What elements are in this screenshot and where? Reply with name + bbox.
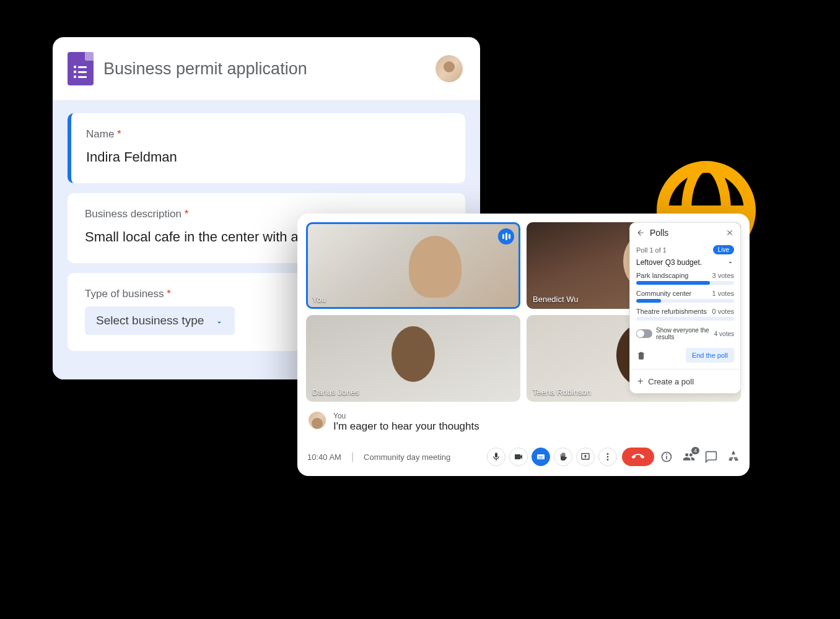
- create-poll-label: Create a poll: [648, 377, 694, 386]
- svg-point-11: [666, 454, 667, 455]
- polls-header: Polls: [630, 223, 740, 243]
- present-button[interactable]: [576, 448, 595, 466]
- live-badge: Live: [713, 245, 734, 254]
- participant-count-badge: 4: [691, 447, 699, 454]
- poll-meta: Poll 1 of 1 Live: [636, 245, 734, 254]
- question-label: Name *: [86, 128, 448, 141]
- separator: |: [348, 451, 357, 462]
- caption-text: I'm eager to hear your thoughts: [333, 420, 479, 433]
- meeting-name: Community day meeting: [364, 452, 481, 462]
- polls-panel: Polls Poll 1 of 1 Live Leftover Q3 budge…: [629, 222, 741, 394]
- poll-option-label: Park landscaping: [636, 272, 688, 279]
- poll-question-row[interactable]: Leftover Q3 budget.: [636, 258, 734, 267]
- svg-rect-10: [666, 456, 667, 459]
- polls-title: Polls: [650, 228, 720, 238]
- question-value[interactable]: Indira Feldman: [86, 147, 448, 167]
- meeting-time: 10:40 AM: [307, 452, 341, 462]
- svg-point-14: [735, 459, 737, 461]
- form-title: Business permit application: [103, 59, 426, 79]
- back-icon[interactable]: [636, 228, 645, 237]
- camera-button[interactable]: [509, 448, 528, 466]
- end-poll-button[interactable]: End the poll: [686, 348, 734, 363]
- meet-bottom-bar: 10:40 AM | Community day meeting CC: [297, 441, 750, 476]
- caption-row: You I'm eager to hear your thoughts: [297, 410, 750, 441]
- poll-question: Leftover Q3 budget.: [636, 258, 702, 267]
- caption-speaker: You: [333, 412, 479, 420]
- meet-window: You Benedict Wu Darius Jones Teena Robin…: [297, 214, 750, 476]
- tile-name-label: Teena Robinson: [533, 387, 591, 397]
- poll-option-label: Community center: [636, 290, 691, 297]
- poll-option[interactable]: Community center 1 votes: [636, 290, 734, 303]
- activities-icon[interactable]: [727, 451, 740, 463]
- show-results-toggle[interactable]: [636, 329, 652, 338]
- svg-point-8: [607, 459, 609, 461]
- meeting-controls: CC: [487, 448, 654, 466]
- plus-icon: +: [637, 376, 643, 387]
- google-forms-icon: [68, 52, 94, 85]
- poll-bar: [636, 317, 734, 321]
- poll-option-votes: 1 votes: [712, 290, 734, 297]
- total-votes: 4 votes: [714, 331, 734, 337]
- svg-point-12: [732, 452, 734, 454]
- caption-avatar: [308, 412, 326, 429]
- mic-button[interactable]: [487, 448, 505, 466]
- trash-icon[interactable]: [636, 350, 646, 360]
- chat-icon[interactable]: [705, 451, 717, 463]
- form-header: Business permit application: [53, 37, 480, 101]
- user-avatar[interactable]: [435, 55, 463, 82]
- chevron-down-icon: [215, 316, 224, 325]
- svg-point-6: [607, 453, 609, 455]
- people-icon[interactable]: 4: [683, 451, 695, 463]
- show-results-row: Show everyone the results 4 votes: [636, 327, 734, 340]
- info-icon[interactable]: [660, 451, 673, 463]
- close-icon[interactable]: [725, 228, 734, 237]
- poll-option[interactable]: Park landscaping 3 votes: [636, 272, 734, 285]
- polls-body: Poll 1 of 1 Live Leftover Q3 budget. Par…: [630, 243, 740, 369]
- svg-point-13: [730, 459, 732, 461]
- tile-name-label: You: [312, 295, 326, 304]
- poll-bar: [636, 299, 734, 303]
- more-options-button[interactable]: [598, 448, 617, 466]
- poll-option-votes: 0 votes: [712, 308, 734, 315]
- toggle-label: Show everyone the results: [656, 327, 711, 340]
- hangup-button[interactable]: [622, 448, 654, 466]
- poll-option-label: Theatre refurbishments: [636, 308, 707, 315]
- chevron-up-icon[interactable]: [727, 259, 734, 266]
- captions-button[interactable]: CC: [532, 448, 550, 466]
- tile-name-label: Darius Jones: [312, 387, 359, 397]
- poll-actions: End the poll: [636, 348, 734, 363]
- speaking-icon: [498, 228, 514, 245]
- poll-bar: [636, 281, 734, 285]
- svg-point-7: [607, 456, 609, 458]
- video-tile-darius[interactable]: Darius Jones: [306, 315, 520, 402]
- select-value: Select business type: [96, 314, 204, 327]
- business-type-select[interactable]: Select business type: [85, 306, 235, 335]
- video-tile-you[interactable]: You: [306, 222, 520, 309]
- poll-option-votes: 3 votes: [712, 272, 734, 279]
- raise-hand-button[interactable]: [554, 448, 572, 466]
- create-poll-button[interactable]: + Create a poll: [630, 369, 740, 393]
- question-name[interactable]: Name * Indira Feldman: [68, 113, 465, 183]
- tile-name-label: Benedict Wu: [533, 295, 578, 304]
- poll-count: Poll 1 of 1: [636, 246, 667, 254]
- svg-text:CC: CC: [538, 456, 543, 459]
- right-controls: 4: [660, 451, 740, 463]
- poll-option[interactable]: Theatre refurbishments 0 votes: [636, 308, 734, 321]
